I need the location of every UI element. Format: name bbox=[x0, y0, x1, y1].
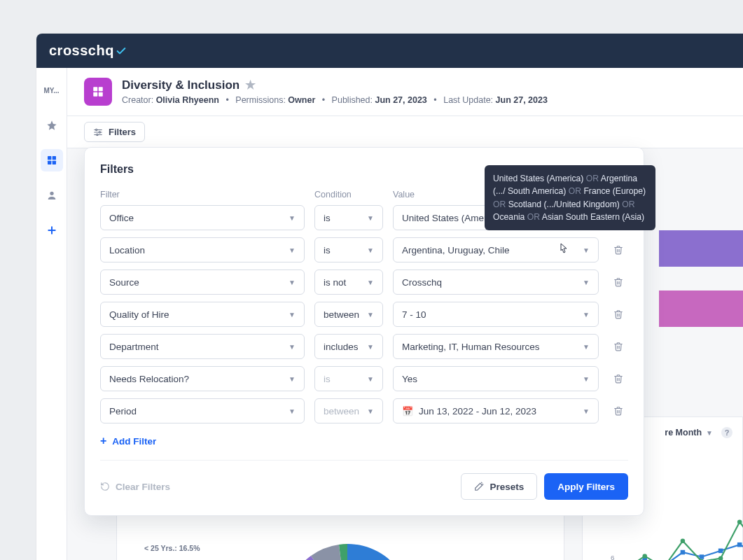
filter-field-label: Location bbox=[109, 245, 289, 255]
delete-filter-button[interactable] bbox=[609, 369, 628, 388]
chevron-down-icon: ▼ bbox=[367, 246, 374, 254]
filter-condition-select[interactable]: between▼ bbox=[314, 302, 383, 327]
filter-condition-select[interactable]: includes▼ bbox=[314, 334, 383, 359]
tooltip-or: OR bbox=[493, 200, 506, 209]
filter-field-select[interactable]: Quality of Hire▼ bbox=[100, 302, 305, 327]
chevron-down-icon: ▼ bbox=[289, 343, 296, 351]
value-tooltip: United States (America) OR Argentina (..… bbox=[485, 165, 655, 230]
chevron-down-icon: ▼ bbox=[367, 375, 374, 383]
filter-condition-select[interactable]: is not▼ bbox=[314, 270, 383, 295]
chevron-down-icon: ▼ bbox=[289, 214, 296, 222]
add-filter-button[interactable]: + Add Filter bbox=[100, 435, 156, 447]
filter-value-select[interactable]: Marketing, IT, Human Resources▼ bbox=[393, 334, 599, 359]
content: Diversity & Inclusion ★ Creator: Olivia … bbox=[67, 68, 743, 560]
sidenav-item-add[interactable] bbox=[41, 219, 63, 241]
page-titles: Diversity & Inclusion ★ Creator: Olivia … bbox=[122, 78, 548, 105]
filter-condition-label: is not bbox=[324, 277, 367, 288]
clear-filters-label: Clear Filters bbox=[116, 482, 170, 492]
filter-value-select[interactable]: Crosschq▼ bbox=[393, 270, 599, 295]
period-dropdown[interactable]: re Month bbox=[665, 428, 702, 438]
trash-icon bbox=[613, 341, 623, 352]
chevron-down-icon: ▼ bbox=[367, 214, 374, 222]
filters-button[interactable]: Filters bbox=[84, 122, 145, 142]
filters-panel-footer: Clear Filters Presets Apply Filters bbox=[100, 460, 628, 500]
presets-label: Presets bbox=[489, 482, 524, 492]
filter-value-label: Marketing, IT, Human Resources bbox=[402, 342, 583, 352]
filter-field-select[interactable]: Needs Relocation?▼ bbox=[100, 366, 305, 391]
meta-dot: • bbox=[322, 95, 325, 105]
svg-rect-2 bbox=[48, 161, 51, 164]
add-filter-label: Add Filter bbox=[112, 436, 156, 447]
filter-condition-label: includes bbox=[324, 342, 367, 352]
filter-field-select[interactable]: Office▼ bbox=[100, 205, 305, 230]
sidenav-item-dashboards[interactable] bbox=[41, 149, 63, 172]
sidenav-item-my[interactable]: MY... bbox=[41, 79, 63, 102]
filter-value-select[interactable]: 📅Jun 13, 2022 - Jun 12, 2023▼ bbox=[393, 398, 599, 424]
sidenav-my-label: MY... bbox=[43, 87, 59, 94]
page-icon bbox=[84, 78, 112, 106]
svg-point-4 bbox=[50, 192, 53, 195]
sliders-icon bbox=[93, 127, 103, 137]
page-meta: Creator: Olivia Rhyeenn • Permissions: O… bbox=[122, 95, 548, 105]
published-value: Jun 27, 2023 bbox=[375, 95, 426, 105]
delete-filter-button[interactable] bbox=[609, 240, 628, 260]
trash-icon bbox=[613, 405, 623, 416]
filter-field-select[interactable]: Period▼ bbox=[100, 398, 305, 424]
apply-filters-button[interactable]: Apply Filters bbox=[544, 473, 628, 500]
filter-field-select[interactable]: Source▼ bbox=[100, 270, 305, 295]
chevron-down-icon: ▼ bbox=[289, 246, 296, 254]
filter-field-label: Quality of Hire bbox=[109, 309, 289, 320]
filter-row: Location▼is▼Argentina, Uruguay, Chile▼ bbox=[100, 237, 628, 262]
filter-value-select[interactable]: 7 - 10▼ bbox=[393, 302, 599, 327]
svg-rect-0 bbox=[48, 156, 51, 160]
filter-field-select[interactable]: Location▼ bbox=[100, 237, 305, 262]
delete-filter-button[interactable] bbox=[609, 401, 628, 421]
tooltip-or: OR bbox=[622, 200, 634, 209]
filter-condition-label: is bbox=[324, 374, 367, 384]
permissions-label: Permissions: bbox=[235, 95, 286, 105]
chevron-down-icon: ▼ bbox=[583, 343, 590, 351]
header-filter: Filter bbox=[100, 190, 305, 200]
star-icon bbox=[46, 120, 57, 131]
filter-value-label: Crosschq bbox=[402, 277, 583, 288]
svg-rect-9 bbox=[93, 92, 97, 97]
delete-filter-button[interactable] bbox=[609, 337, 628, 356]
favorite-star-icon[interactable]: ★ bbox=[245, 78, 256, 92]
filter-row: Period▼between▼📅Jun 13, 2022 - Jun 12, 2… bbox=[100, 398, 628, 424]
filter-value-select[interactable]: Yes▼ bbox=[393, 366, 599, 391]
sidenav-item-people[interactable] bbox=[41, 184, 63, 206]
cursor-pointer-icon bbox=[557, 243, 569, 257]
sidenav-item-favorites[interactable] bbox=[41, 114, 63, 136]
filter-field-label: Period bbox=[109, 406, 289, 416]
svg-rect-22 bbox=[700, 554, 704, 559]
delete-filter-button[interactable] bbox=[609, 304, 628, 324]
tooltip-value: France (Europe) bbox=[583, 186, 646, 196]
creator-label: Creator: bbox=[122, 95, 153, 105]
svg-rect-10 bbox=[99, 92, 103, 97]
donut-labels: < 25 Yrs.: 16.5% 25-35 Yrs.: 49.4% bbox=[144, 544, 296, 560]
sidenav: MY... bbox=[36, 68, 67, 560]
people-icon bbox=[46, 190, 57, 201]
trash-icon bbox=[613, 244, 623, 255]
filter-field-select[interactable]: Department▼ bbox=[100, 334, 305, 359]
tooltip-or: OR bbox=[569, 186, 581, 196]
svg-point-15 bbox=[99, 131, 100, 132]
svg-rect-21 bbox=[681, 550, 685, 554]
grid-icon bbox=[46, 155, 57, 166]
filter-row: Source▼is not▼Crosschq▼ bbox=[100, 270, 628, 295]
svg-rect-1 bbox=[52, 156, 55, 160]
filter-condition-select[interactable]: is▼ bbox=[314, 205, 383, 230]
presets-button[interactable]: Presets bbox=[461, 473, 537, 500]
delete-filter-button[interactable] bbox=[609, 272, 628, 292]
brand-logo[interactable]: crosschq bbox=[49, 43, 127, 59]
bar-2 bbox=[659, 290, 743, 327]
filter-condition-label: between bbox=[324, 309, 367, 320]
filter-rows: Office▼is▼United States (America) OR Arg… bbox=[100, 205, 628, 424]
chevron-down-icon: ▼ bbox=[367, 407, 374, 415]
tooltip-value: United States (America) bbox=[493, 174, 583, 183]
filter-condition-select[interactable]: is▼ bbox=[314, 237, 383, 262]
help-icon[interactable]: ? bbox=[721, 427, 732, 438]
svg-point-32 bbox=[737, 519, 742, 524]
clear-filters-button[interactable]: Clear Filters bbox=[100, 482, 170, 492]
published-label: Published: bbox=[332, 95, 373, 105]
